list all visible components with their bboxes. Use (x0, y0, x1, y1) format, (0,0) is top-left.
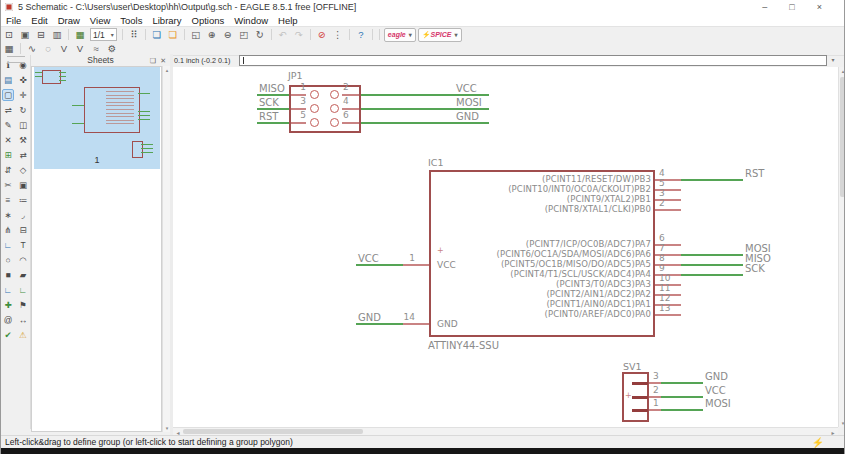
menu-file[interactable]: File (1, 15, 26, 26)
sv1-pin-pad[interactable] (632, 409, 648, 412)
net-wire-vcc[interactable] (661, 396, 703, 398)
net-label-gnd[interactable]: GND (456, 111, 479, 122)
miter-icon[interactable]: ◞ (17, 209, 29, 221)
bus-icon[interactable]: ∟ (2, 284, 14, 296)
paste-icon[interactable]: ▣ (17, 179, 29, 191)
save-icon[interactable]: ▣ (18, 28, 32, 41)
net-label-mosi[interactable]: MOSI (456, 97, 482, 108)
mark-icon[interactable]: ✜ (17, 74, 29, 86)
net-label-mosi[interactable]: MOSI (705, 398, 731, 409)
ic1-value[interactable]: ATTINY44-SSU (428, 340, 499, 351)
rect-icon[interactable]: ■ (2, 269, 14, 281)
net-icon[interactable]: ∟ (17, 284, 29, 296)
group-icon[interactable]: ▢ (2, 89, 14, 101)
menu-options[interactable]: Options (187, 15, 230, 26)
net-label-vcc[interactable]: VCC (705, 385, 726, 396)
menu-draw[interactable]: Draw (53, 15, 85, 26)
name-icon[interactable]: ≡ (2, 194, 14, 206)
pinswap-icon[interactable]: ⇄ (17, 149, 29, 161)
ic1-pin-stub[interactable] (655, 314, 681, 316)
zoom-select-icon[interactable]: ◰ (237, 28, 251, 41)
wire-icon[interactable]: ∟ (2, 239, 14, 251)
erc-icon[interactable]: ✔ (2, 329, 14, 341)
split-icon[interactable]: ⋔ (2, 224, 14, 236)
grid-icon[interactable]: ▦ (73, 28, 87, 41)
zoom-fit-icon[interactable]: ◱ (189, 28, 203, 41)
sv1-pin-pad[interactable] (632, 382, 648, 385)
cut-icon[interactable]: ✂ (2, 179, 14, 191)
menu-help[interactable]: Help (273, 15, 303, 26)
rotate-icon[interactable]: ↻ (17, 104, 29, 116)
jp1-name[interactable]: JP1 (288, 70, 303, 81)
ic1-pin-stub[interactable] (403, 264, 429, 266)
menu-edit[interactable]: Edit (26, 15, 52, 26)
net-wire-miso[interactable] (257, 94, 289, 96)
command-line-input[interactable] (239, 55, 827, 66)
zoom-redraw-icon[interactable]: ↻ (253, 28, 267, 41)
label-icon[interactable]: ⚑ (17, 299, 29, 311)
net-label-sck[interactable]: SCK (259, 97, 279, 108)
text-icon[interactable]: T (17, 239, 29, 251)
circle-icon[interactable]: ○ (2, 254, 14, 266)
open-icon[interactable]: ⊡ (2, 28, 16, 41)
zoom-in-icon[interactable]: ⊕ (205, 28, 219, 41)
net-label-gnd[interactable]: GND (705, 371, 728, 382)
value-icon[interactable]: ≔ (17, 194, 29, 206)
net-label-rst[interactable]: RST (259, 111, 278, 122)
maximize-button[interactable]: □ (789, 2, 794, 12)
menu-tools[interactable]: Tools (115, 15, 147, 26)
sheet-selector[interactable]: 1/1▾ (90, 28, 117, 41)
modules-icon[interactable]: ⠿ (127, 28, 141, 41)
menu-window[interactable]: Window (229, 15, 273, 26)
canvas-v-scrollbar[interactable]: ▴ ▾ (838, 67, 845, 427)
ic1-pin-stub[interactable] (655, 209, 681, 211)
replace-icon[interactable]: ◇ (17, 164, 29, 176)
dots-icon[interactable]: ⋮ (331, 28, 345, 41)
chevron-down-icon[interactable]: ▾ (409, 31, 412, 38)
autodesk-eagle-button[interactable]: eagle ▾ (384, 28, 416, 42)
net-label-vcc[interactable]: VCC (456, 83, 477, 94)
print-icon[interactable]: ⊟ (34, 28, 48, 41)
panel-drag-handle[interactable] (7, 56, 25, 63)
command-history-dropdown[interactable]: ▾ (827, 55, 839, 66)
net-wire-miso[interactable] (681, 264, 743, 266)
ic1-pin-stub[interactable] (403, 323, 429, 325)
chevron-down-icon[interactable]: ▾ (455, 31, 458, 38)
copy-icon[interactable]: ◫ (17, 119, 29, 131)
net-wire-mosi[interactable] (681, 254, 743, 256)
mirror-icon[interactable]: ⇌ (2, 104, 14, 116)
change-icon[interactable]: ✎ (2, 119, 14, 131)
net-wire-mosi[interactable] (361, 108, 489, 110)
grid-small-icon[interactable]: ▦ (2, 42, 16, 55)
ic1-name[interactable]: IC1 (428, 157, 443, 168)
minimize-button[interactable]: – (762, 2, 767, 12)
close-button[interactable]: × (817, 2, 822, 12)
stop-icon[interactable]: ⊘ (315, 28, 329, 41)
net-wire-gnd[interactable] (356, 323, 403, 325)
net-wire-vcc[interactable] (356, 264, 403, 266)
wrench-icon[interactable]: ⚒ (17, 134, 29, 146)
help-icon[interactable]: ? (354, 28, 368, 41)
layers-orange-icon[interactable]: ❏ (166, 28, 180, 41)
attribute-icon[interactable]: @ (2, 314, 14, 326)
sheet-thumbnail[interactable]: 1 (34, 67, 160, 169)
net-label-gnd[interactable]: GND (358, 312, 381, 323)
dimension-icon[interactable]: ↔ (17, 314, 29, 326)
move-icon[interactable]: ✛ (17, 89, 29, 101)
chevron-down-icon[interactable]: ▾ (111, 31, 114, 38)
sv1-name[interactable]: SV1 (623, 361, 642, 372)
arc-icon[interactable]: ◠ (17, 254, 29, 266)
net-wire-rst[interactable] (681, 179, 743, 181)
sv1-pin-pad[interactable] (632, 396, 648, 399)
junction-icon[interactable]: ✚ (2, 299, 14, 311)
gateswap-icon[interactable]: ⇵ (2, 164, 14, 176)
net-wire-vcc[interactable] (361, 94, 489, 96)
display-layers-icon[interactable]: ▤ (2, 74, 14, 86)
spice-simulation-button[interactable]: ⚡ SPICE ▾ (418, 28, 462, 42)
net-label-vcc[interactable]: VCC (358, 253, 379, 264)
net-wire-mosi[interactable] (661, 409, 703, 411)
smash-icon[interactable]: ∗ (2, 209, 14, 221)
net-wire-sck[interactable] (681, 274, 743, 276)
add-part-icon[interactable]: ⊞ (2, 149, 14, 161)
zoom-out-icon[interactable]: ⊖ (221, 28, 235, 41)
